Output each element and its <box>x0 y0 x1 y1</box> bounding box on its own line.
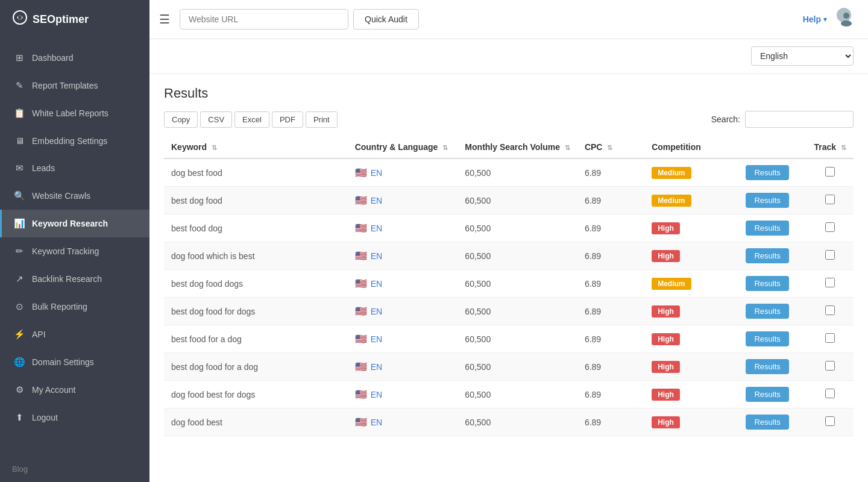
results-button[interactable]: Results <box>746 387 788 402</box>
cell-track <box>807 270 854 298</box>
sidebar-blog[interactable]: Blog <box>0 456 149 482</box>
sidebar-item-white-label-reports[interactable]: 📋White Label Reports <box>0 99 149 127</box>
cell-volume: 60,500 <box>458 408 577 436</box>
track-checkbox[interactable] <box>825 167 835 177</box>
competition-badge: High <box>652 333 680 345</box>
sidebar-label-report-templates: Report Templates <box>32 81 98 90</box>
sidebar-item-keyword-research[interactable]: 📊Keyword Research <box>0 210 149 237</box>
track-checkbox[interactable] <box>825 305 835 315</box>
sidebar-item-backlink-research[interactable]: ↗Backlink Research <box>0 265 149 293</box>
cell-track <box>807 325 854 353</box>
cell-country: 🇺🇸EN <box>348 270 458 298</box>
sidebar-icon-domain-settings: 🌐 <box>14 357 25 368</box>
results-button[interactable]: Results <box>746 415 788 430</box>
language-code: EN <box>371 362 382 372</box>
sidebar-icon-bulk-reporting: ⊙ <box>14 301 25 312</box>
export-print-button[interactable]: Print <box>306 111 338 128</box>
sidebar-item-my-account[interactable]: ⚙My Account <box>0 376 149 404</box>
cell-competition: High <box>644 214 738 242</box>
table-row: best dog food🇺🇸EN60,5006.89MediumResults <box>164 187 854 214</box>
track-checkbox[interactable] <box>825 195 835 204</box>
track-checkbox[interactable] <box>825 333 835 343</box>
competition-badge: High <box>652 305 680 318</box>
cell-volume: 60,500 <box>458 187 577 214</box>
track-checkbox[interactable] <box>825 250 835 260</box>
track-checkbox[interactable] <box>825 361 835 371</box>
cell-track <box>807 214 854 242</box>
export-excel-button[interactable]: Excel <box>234 111 269 128</box>
results-button[interactable]: Results <box>746 331 788 346</box>
sidebar-item-bulk-reporting[interactable]: ⊙Bulk Reporting <box>0 293 149 321</box>
help-button[interactable]: Help ▾ <box>803 14 827 24</box>
sidebar-label-domain-settings: Domain Settings <box>32 357 94 367</box>
sidebar-item-leads[interactable]: ✉Leads <box>0 154 149 182</box>
results-button[interactable]: Results <box>746 248 788 263</box>
export-csv-button[interactable]: CSV <box>200 111 232 128</box>
sort-track-icon[interactable]: ⇅ <box>841 144 846 151</box>
competition-badge: High <box>652 250 680 262</box>
language-code: EN <box>371 251 382 261</box>
cell-keyword: best food dog <box>164 214 348 242</box>
results-button[interactable]: Results <box>746 165 788 180</box>
user-avatar-button[interactable] <box>837 8 856 31</box>
results-button[interactable]: Results <box>746 304 788 319</box>
flag-icon: 🇺🇸 <box>355 167 367 178</box>
results-button[interactable]: Results <box>746 276 788 291</box>
export-pdf-button[interactable]: PDF <box>272 111 303 128</box>
cell-country: 🇺🇸EN <box>348 408 458 436</box>
cell-keyword: best dog food dogs <box>164 270 348 298</box>
cell-keyword: dog food which is best <box>164 242 348 270</box>
sort-country-icon[interactable]: ⇅ <box>442 144 448 151</box>
results-button[interactable]: Results <box>746 359 788 374</box>
sidebar-item-logout[interactable]: ⬆Logout <box>0 404 149 431</box>
sidebar-icon-leads: ✉ <box>14 163 25 174</box>
cell-results-btn: Results <box>738 214 807 242</box>
header: SEOptimer ☰ Quick Audit Help ▾ <box>0 0 868 39</box>
sidebar-item-embedding-settings[interactable]: 🖥Embedding Settings <box>0 127 149 154</box>
sidebar-item-keyword-tracking[interactable]: ✏Keyword Tracking <box>0 237 149 265</box>
results-button[interactable]: Results <box>746 193 788 208</box>
cell-cpc: 6.89 <box>577 158 644 187</box>
sidebar-item-api[interactable]: ⚡API <box>0 321 149 348</box>
cell-country: 🇺🇸EN <box>348 242 458 270</box>
cell-competition: High <box>644 298 738 325</box>
export-copy-button[interactable]: Copy <box>164 111 198 128</box>
quick-audit-button[interactable]: Quick Audit <box>353 9 419 30</box>
track-checkbox[interactable] <box>825 416 835 426</box>
url-input[interactable] <box>180 9 348 30</box>
sort-keyword-icon[interactable]: ⇅ <box>212 144 217 151</box>
cell-results-btn: Results <box>738 353 807 381</box>
hamburger-button[interactable]: ☰ <box>159 12 170 27</box>
export-buttons: CopyCSVExcelPDFPrint <box>164 111 338 128</box>
track-checkbox[interactable] <box>825 278 835 287</box>
layout: ⊞Dashboard✎Report Templates📋White Label … <box>0 39 868 482</box>
col-header-cpc: CPC ⇅ <box>577 136 644 158</box>
language-code: EN <box>371 224 382 233</box>
cell-country: 🇺🇸EN <box>348 298 458 325</box>
sidebar-item-dashboard[interactable]: ⊞Dashboard <box>0 44 149 72</box>
table-row: best dog food for a dog🇺🇸EN60,5006.89Hig… <box>164 353 854 381</box>
sidebar-item-domain-settings[interactable]: 🌐Domain Settings <box>0 348 149 376</box>
sidebar-label-bulk-reporting: Bulk Reporting <box>32 302 87 311</box>
cell-competition: Medium <box>644 270 738 298</box>
cell-results-btn: Results <box>738 187 807 214</box>
sort-volume-icon[interactable]: ⇅ <box>565 144 570 151</box>
cell-track <box>807 158 854 187</box>
sidebar-label-backlink-research: Backlink Research <box>32 274 102 284</box>
results-button[interactable]: Results <box>746 221 788 236</box>
track-checkbox[interactable] <box>825 389 835 398</box>
cell-keyword: dog best food <box>164 158 348 187</box>
cell-cpc: 6.89 <box>577 408 644 436</box>
track-checkbox[interactable] <box>825 222 835 232</box>
sidebar-item-website-crawls[interactable]: 🔍Website Crawls <box>0 182 149 210</box>
search-input[interactable] <box>745 111 854 128</box>
cell-competition: High <box>644 242 738 270</box>
col-header-keyword: Keyword ⇅ <box>164 136 348 158</box>
sort-cpc-icon[interactable]: ⇅ <box>607 144 612 151</box>
col-header-results <box>738 136 807 158</box>
language-select[interactable]: EnglishSpanishFrenchGermanPortuguese <box>751 46 854 66</box>
sidebar-item-report-templates[interactable]: ✎Report Templates <box>0 72 149 99</box>
cell-cpc: 6.89 <box>577 270 644 298</box>
cell-cpc: 6.89 <box>577 214 644 242</box>
results-table: Keyword ⇅ Country & Language ⇅ Monthly S… <box>164 136 854 436</box>
